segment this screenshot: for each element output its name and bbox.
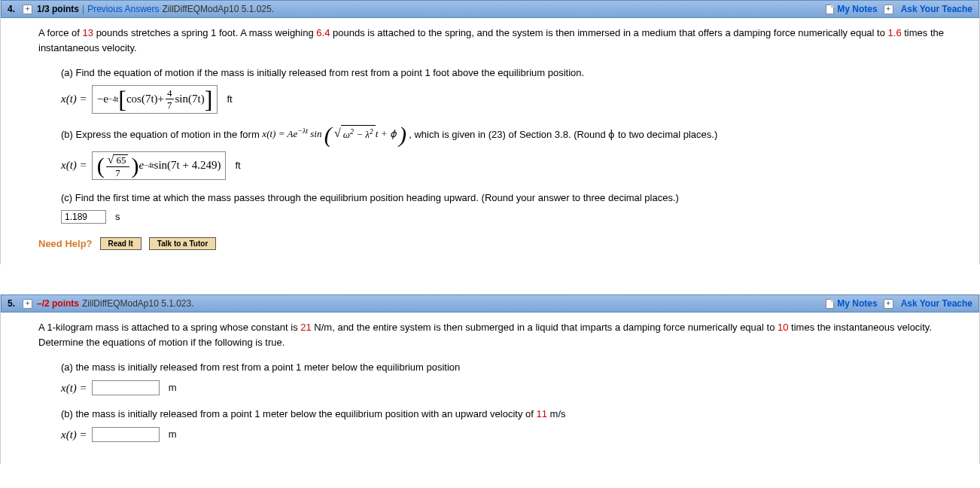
value-highlight: 11 bbox=[537, 408, 547, 419]
sq: 2 bbox=[370, 127, 373, 136]
question-4: 4. + 1/3 points | Previous Answers ZillD… bbox=[0, 0, 980, 264]
my-notes-link[interactable]: My Notes bbox=[826, 4, 877, 14]
question-prompt: A force of 13 pounds stretches a spring … bbox=[38, 26, 964, 55]
sqrt-val: 65 bbox=[114, 154, 128, 165]
part-b-answer: x(t) = m bbox=[61, 426, 964, 444]
question-body: A 1-kilogram mass is attached to a sprin… bbox=[1, 313, 979, 464]
question-header: 4. + 1/3 points | Previous Answers ZillD… bbox=[1, 0, 979, 18]
read-it-button[interactable]: Read It bbox=[100, 237, 142, 250]
question-5: 5. + –/2 points ZillDiffEQModAp10 5.1.02… bbox=[0, 294, 980, 464]
unit-s: s bbox=[115, 209, 120, 224]
unit-ft: ft bbox=[235, 158, 240, 173]
text: , which is given in (23) of Section 3.8.… bbox=[409, 128, 717, 139]
part-b-prompt: (b) Express the equation of motion in th… bbox=[61, 124, 964, 147]
ask-teacher-link[interactable]: +Ask Your Teache bbox=[884, 298, 972, 309]
note-icon bbox=[826, 299, 834, 309]
paren-left: ( bbox=[324, 123, 332, 148]
part-c-answer: s bbox=[61, 209, 964, 224]
part-b-answer: x(t) = ( √65 7 ) e−4tsin (7t + 4.249) ft bbox=[61, 151, 964, 180]
answer-input-a[interactable] bbox=[92, 380, 160, 395]
xt-label: x(t) = bbox=[61, 380, 87, 397]
my-notes-label: My Notes bbox=[837, 298, 877, 309]
question-header: 5. + –/2 points ZillDiffEQModAp10 5.1.02… bbox=[1, 294, 979, 313]
part-a-answer: x(t) = −e−4t [ cos(7t) + 47 sin(7t) ] ft bbox=[61, 85, 964, 114]
answer-input-b[interactable] bbox=[92, 427, 160, 442]
cos: cos bbox=[126, 90, 142, 108]
t-plus-phi: t + ϕ bbox=[376, 128, 397, 139]
xt-label: x(t) = bbox=[61, 157, 87, 174]
question-number: 4. bbox=[8, 4, 15, 14]
plus: + bbox=[158, 90, 164, 108]
inner: 7t + 4.249 bbox=[171, 157, 217, 174]
unit-m: m bbox=[169, 380, 177, 395]
sqrt: √ω2 − λ2 bbox=[334, 124, 376, 142]
denominator: 7 bbox=[167, 99, 172, 110]
question-body: A force of 13 pounds stretches a spring … bbox=[1, 18, 979, 264]
paren-right: ) bbox=[131, 154, 138, 177]
unit-ft: ft bbox=[227, 92, 232, 107]
expand-icon[interactable]: + bbox=[23, 5, 32, 14]
neg-e: −e bbox=[97, 90, 108, 108]
paren-right: ) bbox=[399, 123, 406, 148]
answer-input-c[interactable] bbox=[61, 210, 106, 224]
seven-t: 7t bbox=[145, 90, 154, 108]
bracket-left: [ bbox=[118, 87, 126, 111]
source-label: ZillDiffEQModAp10 5.1.025. bbox=[163, 4, 275, 14]
sin: sin bbox=[154, 157, 168, 174]
text: A 1-kilogram mass is attached to a sprin… bbox=[38, 322, 300, 333]
value-highlight: 13 bbox=[83, 27, 93, 38]
exponent: −4t bbox=[108, 93, 118, 105]
ask-teacher-label: Ask Your Teache bbox=[901, 4, 972, 14]
ask-teacher-label: Ask Your Teache bbox=[901, 298, 972, 309]
talk-tutor-button[interactable]: Talk to a Tutor bbox=[149, 237, 216, 250]
text: pounds stretches a spring 1 foot. A mass… bbox=[93, 27, 316, 38]
part-a-prompt: (a) Find the equation of motion if the m… bbox=[61, 66, 964, 81]
part-a-answer: x(t) = m bbox=[61, 380, 964, 397]
part-a-prompt: (a) the mass is initially released from … bbox=[61, 360, 964, 375]
question-prompt: A 1-kilogram mass is attached to a sprin… bbox=[38, 320, 964, 349]
answer-box-a[interactable]: −e−4t [ cos(7t) + 47 sin(7t) ] bbox=[92, 85, 218, 114]
note-icon bbox=[826, 5, 834, 14]
sqrt: √65 bbox=[108, 154, 129, 166]
xt-label: x(t) = bbox=[61, 90, 87, 108]
expand-icon[interactable]: + bbox=[23, 299, 32, 309]
unit-m: m bbox=[169, 427, 177, 442]
e: e bbox=[138, 157, 144, 174]
sin: sin bbox=[308, 128, 321, 139]
expand-icon: + bbox=[884, 5, 893, 14]
source-label: ZillDiffEQModAp10 5.1.023. bbox=[82, 298, 194, 309]
text: A force of bbox=[38, 27, 83, 38]
numerator: 4 bbox=[166, 88, 174, 99]
value-highlight: 10 bbox=[778, 322, 788, 333]
answer-box-b[interactable]: ( √65 7 ) e−4tsin (7t + 4.249) bbox=[92, 151, 227, 180]
my-notes-link[interactable]: My Notes bbox=[826, 298, 877, 309]
ask-teacher-link[interactable]: +Ask Your Teache bbox=[884, 4, 972, 14]
text: (b) the mass is initially released from … bbox=[61, 408, 537, 419]
xt-eq: x(t) = Ae bbox=[262, 128, 297, 139]
part-b-prompt: (b) the mass is initially released from … bbox=[61, 407, 964, 422]
points-label: –/2 points bbox=[37, 298, 79, 309]
previous-answers-link[interactable]: Previous Answers bbox=[87, 4, 159, 14]
paren-left: ( bbox=[97, 154, 105, 177]
seven-t: 7t bbox=[192, 90, 201, 108]
expand-icon: + bbox=[884, 299, 893, 309]
part-c-prompt: (c) Find the first time at which the mas… bbox=[61, 191, 964, 206]
fraction: √65 7 bbox=[106, 154, 130, 178]
minus: − λ bbox=[354, 129, 370, 140]
bracket-right: ] bbox=[205, 87, 213, 111]
fraction: 47 bbox=[166, 88, 174, 110]
text: N/m, and the entire system is then subme… bbox=[312, 322, 778, 333]
text: m/s bbox=[547, 408, 566, 419]
question-number: 5. bbox=[8, 298, 15, 309]
text: pounds is attached to the spring, and th… bbox=[330, 27, 887, 38]
text: (b) Express the equation of motion in th… bbox=[61, 128, 262, 139]
value-highlight: 1.6 bbox=[888, 27, 902, 38]
separator: | bbox=[82, 4, 84, 14]
points-label: 1/3 points bbox=[37, 4, 79, 14]
sin: sin bbox=[175, 90, 189, 108]
exponent: −4t bbox=[144, 160, 154, 171]
need-help-label: Need Help? bbox=[38, 236, 93, 252]
value-highlight: 6.4 bbox=[316, 27, 330, 38]
need-help-row: Need Help? Read It Talk to a Tutor bbox=[38, 236, 964, 252]
my-notes-label: My Notes bbox=[837, 4, 877, 14]
